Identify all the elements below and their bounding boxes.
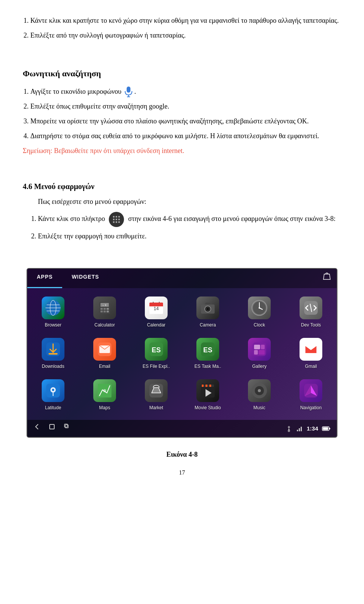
svg-text:14: 14: [154, 306, 159, 311]
svg-point-35: [207, 308, 209, 310]
svg-point-40: [259, 307, 260, 309]
calendar-label: Calendar: [147, 322, 166, 329]
svg-point-11: [118, 221, 120, 223]
svg-rect-0: [127, 87, 130, 93]
recent-apps-button[interactable]: [63, 423, 71, 434]
devtools-icon: [300, 296, 322, 319]
phonetic-step-1: Αγγίξτε το εικονίδιο μικροφώνου .: [30, 86, 341, 98]
navigation-label: Navigation: [300, 404, 322, 412]
app-calendar[interactable]: 14 Calendar: [130, 292, 182, 333]
bottom-nav-icons: [33, 423, 71, 434]
app-gallery[interactable]: Gallery: [234, 333, 285, 375]
esfile-icon-svg: ES: [148, 341, 165, 358]
time-display: 1:34: [307, 424, 318, 433]
svg-point-71: [258, 389, 261, 392]
app-gmail[interactable]: Gmail: [285, 333, 337, 375]
navigation-icon-svg: [303, 382, 319, 399]
svg-rect-65: [202, 385, 204, 387]
downloads-icon: [42, 338, 64, 361]
tab-apps[interactable]: APPS: [27, 269, 62, 288]
intro-list-item-2: Επιλέξτε από την συλλογή φωτογραφιών ή τ…: [30, 30, 341, 41]
gmail-icon-svg: [303, 341, 319, 358]
app-market[interactable]: Market: [130, 375, 182, 416]
app-email[interactable]: Email: [79, 333, 130, 375]
estask-label: ES Task Ma..: [195, 363, 221, 370]
esfile-icon: ES: [145, 338, 168, 361]
calculator-icon-svg: - +: [96, 300, 113, 316]
svg-rect-77: [65, 425, 68, 428]
estask-icon: ES: [196, 338, 219, 361]
music-label: Music: [253, 404, 265, 412]
svg-point-3: [113, 216, 115, 218]
page-number: 17: [23, 468, 341, 478]
market-icon-svg: [148, 382, 165, 399]
app-navigation[interactable]: Navigation: [285, 375, 337, 416]
svg-point-6: [113, 219, 115, 220]
app-calculator[interactable]: - + Calculator: [79, 292, 130, 333]
email-icon-svg: [96, 341, 113, 358]
calculator-label: Calculator: [94, 322, 115, 329]
latitude-label: Latitude: [45, 404, 61, 412]
esfile-label: ES File Expl..: [143, 363, 170, 370]
svg-rect-53: [261, 345, 265, 349]
svg-rect-23: [100, 311, 103, 312]
note-text: Σημείωση: Βεβαιωθείτε πριν ότι υπάρχει σ…: [23, 145, 341, 156]
email-label: Email: [99, 363, 110, 370]
app-downloads[interactable]: Downloads: [27, 333, 79, 375]
calendar-icon-svg: 14: [148, 300, 165, 316]
svg-rect-22: [107, 308, 109, 310]
svg-point-78: [288, 430, 290, 432]
battery-icon-svg: [322, 426, 331, 431]
back-button[interactable]: [33, 423, 41, 434]
usb-icon: [286, 425, 292, 432]
figure-caption: Εικόνα 4-8: [23, 449, 341, 460]
app-estask[interactable]: ES ES Task Ma..: [182, 333, 234, 375]
home-button[interactable]: [48, 423, 56, 434]
app-esfile[interactable]: ES ES File Expl..: [130, 333, 182, 375]
email-icon: [93, 338, 116, 361]
svg-text:ES: ES: [152, 346, 161, 354]
maps-icon-svg: [96, 382, 113, 399]
camera-icon-svg: [199, 300, 216, 316]
intro-list: Κάντε κλικ και κρατήστε το κενό χώρο στη…: [30, 15, 341, 41]
svg-point-5: [118, 216, 120, 218]
tab-widgets[interactable]: WIDGETS: [62, 269, 108, 288]
apps-screen: APPS WIDGETS Browser: [27, 268, 337, 438]
shopping-bag-icon: [323, 273, 331, 281]
gmail-icon: [300, 338, 322, 361]
status-bar: 1:34: [286, 424, 331, 433]
app-devtools[interactable]: Dev Tools: [285, 292, 337, 333]
svg-rect-81: [301, 427, 302, 431]
moviestudio-icon-svg: [199, 382, 216, 399]
app-music[interactable]: Music: [234, 375, 285, 416]
svg-rect-84: [329, 428, 330, 429]
step-1: Κάντε κλικ στο πλήκτρο στην εικόνα 4-6 γ…: [38, 212, 341, 227]
devtools-icon-svg: [303, 300, 319, 316]
svg-rect-25: [107, 311, 109, 312]
downloads-label: Downloads: [42, 363, 64, 370]
svg-rect-24: [104, 311, 106, 312]
svg-text:- +: - +: [103, 303, 107, 307]
grid-dots-icon: [112, 215, 121, 224]
app-moviestudio[interactable]: Movie Studio: [182, 375, 234, 416]
browser-icon-svg: [45, 300, 61, 316]
svg-rect-67: [209, 385, 211, 387]
svg-point-7: [116, 219, 117, 220]
clock-icon: [248, 296, 271, 319]
app-latitude[interactable]: Latitude: [27, 375, 79, 416]
calculator-icon: - +: [93, 296, 116, 319]
calendar-icon: 14: [145, 296, 168, 319]
navigation-icon: [300, 379, 322, 402]
svg-point-61: [103, 389, 106, 392]
svg-text:ES: ES: [203, 346, 212, 354]
app-camera[interactable]: Camera: [182, 292, 234, 333]
apps-tab-bar: APPS WIDGETS: [27, 269, 337, 288]
svg-rect-44: [49, 353, 58, 355]
subsection-heading: 4.6 Μενού εφαρμογών: [23, 180, 341, 192]
app-clock[interactable]: Clock: [234, 292, 285, 333]
app-browser[interactable]: Browser: [27, 292, 79, 333]
browser-icon: [42, 296, 64, 319]
app-maps[interactable]: Maps: [79, 375, 130, 416]
svg-rect-21: [104, 308, 106, 310]
camera-icon: [196, 296, 219, 319]
